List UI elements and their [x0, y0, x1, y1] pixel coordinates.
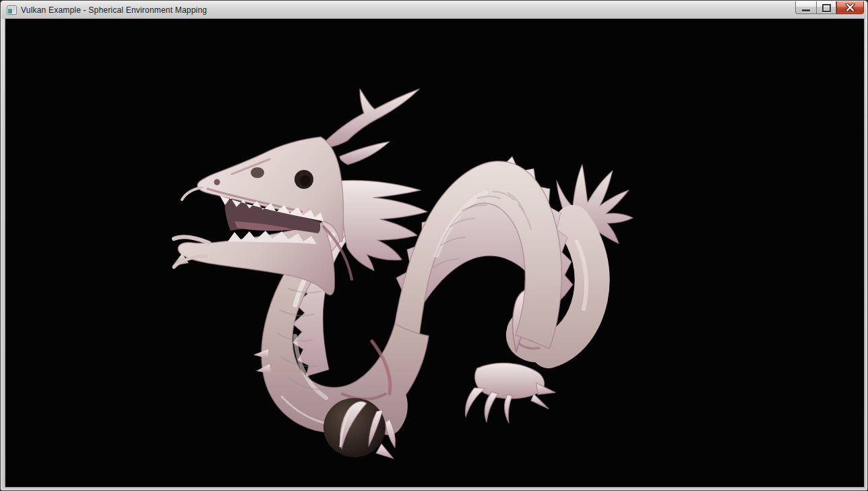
dragon-rear-claw	[466, 363, 555, 423]
dragon-front-leg	[383, 380, 394, 421]
minimize-icon	[802, 9, 810, 11]
window-controls	[795, 1, 864, 14]
app-window: Vulkan Example - Spherical Environment M…	[0, 0, 868, 491]
dragon-ear-spike	[340, 142, 390, 165]
render-viewport[interactable]	[5, 19, 864, 487]
dragon-horns	[319, 89, 419, 148]
close-icon	[845, 3, 855, 11]
maximize-icon	[822, 4, 831, 12]
titlebar[interactable]: Vulkan Example - Spherical Environment M…	[1, 1, 867, 19]
dragon-nostril	[214, 179, 220, 185]
window-title: Vulkan Example - Spherical Environment M…	[21, 5, 207, 15]
app-icon	[7, 5, 17, 15]
maximize-button[interactable]	[816, 1, 836, 14]
dragon-model	[173, 89, 633, 459]
viewport-canvas	[5, 19, 864, 487]
close-button[interactable]	[836, 1, 864, 14]
dragon-far-eye	[251, 167, 264, 178]
minimize-button[interactable]	[795, 1, 816, 14]
dragon-eye-pupil	[300, 175, 311, 186]
